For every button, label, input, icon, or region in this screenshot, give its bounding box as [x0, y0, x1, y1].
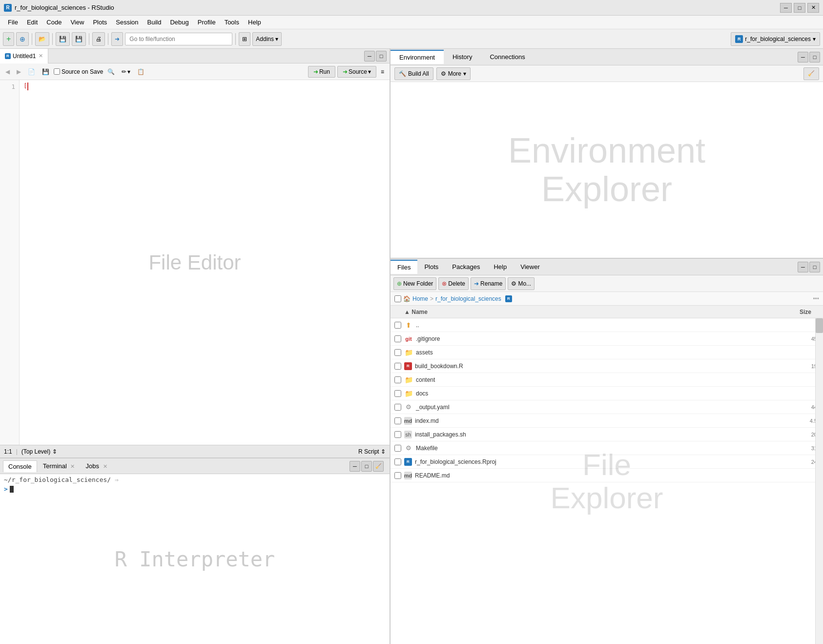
file-checkbox[interactable] [394, 390, 401, 397]
menu-session[interactable]: Session [112, 17, 142, 27]
tab-help[interactable]: Help [487, 260, 514, 273]
editor-minimize-button[interactable]: ─ [364, 51, 375, 62]
list-item[interactable]: R build_bookdown.R 19 [391, 359, 823, 373]
file-type-label[interactable]: R Script ⇕ [358, 448, 386, 455]
list-item[interactable]: git .gitignore 45 [391, 332, 823, 346]
breadcrumb-more-button[interactable]: ••• [813, 295, 819, 302]
list-item[interactable]: ⚙ Makefile 31 [391, 441, 823, 455]
find-button[interactable]: 🔍 [105, 66, 117, 78]
list-item[interactable]: md README.md [391, 469, 823, 482]
console-minimize-button[interactable]: ─ [350, 461, 360, 472]
editor-maximize-button[interactable]: □ [376, 51, 387, 62]
print-button[interactable]: 🖨 [92, 32, 105, 46]
editor-content[interactable]: 1 [ File Editor [0, 80, 390, 445]
menu-help[interactable]: Help [244, 17, 265, 27]
env-clean-button[interactable]: 🧹 [803, 67, 819, 80]
file-checkbox[interactable] [394, 322, 401, 329]
file-checkbox[interactable] [394, 445, 401, 452]
source-on-save-label[interactable]: Source on Save [54, 68, 103, 75]
files-more-button[interactable]: ⚙ Mo... [508, 277, 535, 290]
file-checkbox[interactable] [394, 431, 401, 438]
file-checkbox[interactable] [394, 349, 401, 356]
delete-button[interactable]: ⊗ Delete [438, 277, 469, 290]
forward-button[interactable]: ▶ [14, 66, 23, 78]
addins-button[interactable]: Addins ▾ [252, 32, 282, 46]
editor-tab-untitled1[interactable]: R Untitled1 ✕ [0, 49, 48, 63]
console-maximize-button[interactable]: □ [361, 461, 372, 472]
breadcrumb-home[interactable]: Home [412, 295, 428, 302]
file-checkbox[interactable] [394, 335, 401, 342]
show-in-files-button[interactable]: 📄 [25, 66, 38, 78]
editor-tab-close[interactable]: ✕ [39, 53, 43, 59]
breadcrumb-project[interactable]: r_for_biological_sciences [435, 295, 501, 302]
tab-console[interactable]: Console [3, 460, 37, 472]
file-checkbox[interactable] [394, 472, 401, 479]
files-maximize-button[interactable]: □ [809, 262, 820, 272]
goto-button[interactable]: ➜ [111, 32, 123, 46]
list-item[interactable]: 📁 content [391, 373, 823, 387]
list-item[interactable]: md index.md 4.5 [391, 414, 823, 428]
new-folder-button[interactable]: ⊕ New Folder [393, 277, 436, 290]
menu-tools[interactable]: Tools [221, 17, 243, 27]
save-all-button[interactable]: 💾 [72, 32, 86, 46]
menu-debug[interactable]: Debug [166, 17, 192, 27]
save-button[interactable]: 💾 [56, 32, 70, 46]
save-file-button[interactable]: 💾 [40, 66, 52, 78]
name-column-header[interactable]: ▲ Name [404, 309, 782, 315]
rename-button[interactable]: ➜ Rename [471, 277, 506, 290]
console-content[interactable]: ~/r_for_biological_sciences/ ⇒ > R Inter… [0, 474, 390, 644]
size-column-header[interactable]: Size [782, 309, 811, 315]
compile-button[interactable]: 📋 [135, 66, 147, 78]
build-all-button[interactable]: 🔨 Build All [394, 67, 433, 80]
project-button[interactable]: R r_for_biological_sciences ▾ [731, 32, 820, 46]
list-item[interactable]: 📁 docs [391, 387, 823, 400]
files-minimize-button[interactable]: ─ [798, 262, 808, 272]
maximize-button[interactable]: □ [794, 3, 805, 13]
tab-packages[interactable]: Packages [445, 260, 487, 273]
grid-view-button[interactable]: ⊞ [239, 32, 250, 46]
list-item[interactable]: ⚙ _output.yaml 44 [391, 400, 823, 414]
tab-history[interactable]: History [444, 50, 481, 63]
code-tools-button[interactable]: ✏ ▾ [119, 66, 133, 78]
file-checkbox[interactable] [394, 458, 401, 465]
source-on-save-checkbox[interactable] [54, 68, 60, 75]
terminal-tab-close[interactable]: ✕ [70, 463, 75, 469]
menu-code[interactable]: Code [42, 17, 65, 27]
menu-view[interactable]: View [66, 17, 88, 27]
menu-profile[interactable]: Profile [194, 17, 220, 27]
goto-input[interactable] [125, 33, 232, 45]
list-item[interactable]: sh install_packages.sh 20 [391, 428, 823, 441]
title-bar-controls[interactable]: ─ □ ✕ [780, 3, 819, 13]
env-minimize-button[interactable]: ─ [798, 52, 808, 62]
run-button[interactable]: ➜ Run [308, 66, 335, 78]
menu-build[interactable]: Build [144, 17, 165, 27]
tab-plots[interactable]: Plots [417, 260, 445, 273]
tab-viewer[interactable]: Viewer [514, 260, 547, 273]
file-checkbox[interactable] [394, 404, 401, 411]
list-item[interactable]: R r_for_biological_sciences.Rproj 24 [391, 455, 823, 469]
tab-environment[interactable]: Environment [391, 50, 444, 64]
source-button[interactable]: ➜ Source ▾ [337, 66, 376, 78]
env-maximize-button[interactable]: □ [809, 52, 820, 62]
file-checkbox[interactable] [394, 363, 401, 370]
format-button[interactable]: ≡ [378, 66, 387, 78]
open-file-button[interactable]: 📂 [35, 32, 49, 46]
new-project-button[interactable]: ⊕ [16, 32, 29, 46]
jobs-tab-close[interactable]: ✕ [103, 463, 107, 469]
list-item[interactable]: 📁 assets [391, 346, 823, 359]
minimize-button[interactable]: ─ [780, 3, 792, 13]
more-button[interactable]: ⚙ More ▾ [436, 67, 471, 80]
tab-terminal[interactable]: Terminal ✕ [38, 460, 80, 472]
menu-edit[interactable]: Edit [23, 17, 41, 27]
files-scrollbar[interactable] [815, 318, 823, 644]
menu-file[interactable]: File [4, 17, 22, 27]
tab-jobs[interactable]: Jobs ✕ [81, 460, 112, 472]
tab-connections[interactable]: Connections [481, 50, 534, 63]
back-button[interactable]: ◀ [3, 66, 12, 78]
select-all-checkbox[interactable] [394, 295, 401, 302]
files-list[interactable]: ⬆ .. git .gitignore 45 📁 assets [391, 318, 823, 644]
file-checkbox[interactable] [394, 417, 401, 424]
scrollbar-thumb[interactable] [816, 318, 823, 333]
console-clear-button[interactable]: 🧹 [373, 461, 384, 472]
file-checkbox[interactable] [394, 376, 401, 383]
